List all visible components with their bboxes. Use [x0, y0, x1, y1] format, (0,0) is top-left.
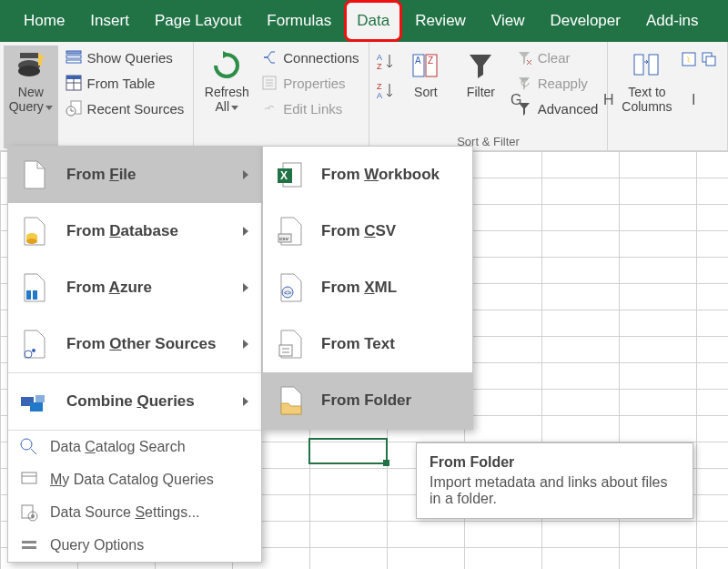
combine-queries-icon: [19, 386, 50, 417]
refresh-all-button[interactable]: Refresh All: [199, 46, 254, 148]
submenu-from-workbook[interactable]: X From Workbook: [263, 147, 472, 203]
query-options-icon: [19, 535, 39, 555]
other-sources-icon: [19, 329, 50, 360]
svg-rect-4: [66, 51, 81, 54]
tab-data[interactable]: Data: [344, 0, 402, 42]
data-catalog-search-label: Data Catalog Search: [50, 439, 186, 455]
column-header-h[interactable]: H: [603, 92, 614, 108]
data-source-settings-label: Data Source Settings...: [50, 504, 200, 521]
menu-combine-queries[interactable]: Combine Queries: [8, 373, 261, 430]
database-icon: [19, 216, 50, 247]
svg-line-45: [31, 449, 36, 454]
search-icon: [19, 437, 39, 457]
submenu-from-csv-label: From CSV: [321, 222, 396, 240]
submenu-from-text-label: From Text: [321, 335, 395, 353]
tab-insert[interactable]: Insert: [77, 0, 142, 42]
ribbon-commands: New Query Show Queries From Table Recent…: [0, 42, 728, 151]
ribbon-tabs: Home Insert Page Layout Formulas Data Re…: [0, 0, 728, 42]
data-source-settings-icon: [19, 503, 39, 523]
submenu-arrow-icon: [243, 283, 248, 292]
menu-from-file[interactable]: From File: [8, 147, 261, 203]
properties-button: Properties: [258, 71, 362, 95]
advanced-label: Advanced: [538, 101, 599, 117]
svg-point-50: [31, 514, 35, 518]
flash-fill-icon[interactable]: [681, 51, 697, 67]
svg-text:A: A: [377, 91, 382, 100]
column-header-g[interactable]: G: [511, 92, 521, 108]
refresh-all-icon: [210, 49, 243, 82]
menu-combine-queries-label: Combine Queries: [66, 392, 195, 411]
sort-asc-icon[interactable]: AZ: [375, 51, 397, 73]
submenu-arrow-icon: [243, 340, 248, 349]
xml-icon: <>: [276, 272, 307, 303]
tab-review[interactable]: Review: [402, 0, 479, 42]
menu-from-azure[interactable]: From Azure: [8, 259, 261, 316]
svg-marker-13: [223, 51, 230, 58]
filter-button[interactable]: Filter: [453, 46, 509, 135]
menu-from-other-label: From Other Sources: [66, 335, 216, 353]
tab-formulas[interactable]: Formulas: [254, 0, 344, 42]
menu-from-database[interactable]: From Database: [8, 203, 261, 259]
edit-links-button: Edit Links: [258, 97, 362, 120]
azure-icon: [19, 272, 50, 303]
edit-links-icon: [261, 100, 278, 117]
svg-text:<>: <>: [284, 290, 291, 296]
svg-rect-60: [279, 345, 292, 356]
submenu-from-folder[interactable]: From Folder: [263, 372, 472, 429]
text-to-columns-button[interactable]: Text toColumns: [613, 46, 680, 148]
svg-point-2: [18, 66, 40, 76]
submenu-from-xml-label: From XML: [321, 279, 397, 297]
connections-button[interactable]: Connections: [258, 46, 362, 69]
svg-rect-52: [22, 546, 36, 549]
submenu-from-workbook-label: From Workbook: [321, 166, 440, 184]
show-queries-button[interactable]: Show Queries: [62, 46, 188, 69]
excel-workbook-icon: X: [276, 159, 307, 190]
show-queries-label: Show Queries: [87, 50, 173, 66]
clear-button: Clear: [512, 46, 602, 69]
new-query-menu: From File From Database From Azure From …: [7, 146, 262, 563]
sort-button[interactable]: AZ Sort: [399, 46, 454, 135]
menu-data-source-settings[interactable]: Data Source Settings...: [8, 496, 261, 529]
remove-duplicates-icon[interactable]: [701, 51, 717, 67]
menu-from-other[interactable]: From Other Sources: [8, 316, 261, 372]
reapply-label: Reapply: [538, 76, 588, 91]
advanced-button[interactable]: Advanced: [512, 97, 602, 120]
column-header-i[interactable]: I: [692, 92, 695, 108]
submenu-arrow-icon: [243, 397, 248, 406]
menu-query-options[interactable]: Query Options: [8, 529, 261, 562]
menu-from-database-label: From Database: [66, 222, 178, 240]
submenu-from-text[interactable]: From Text: [263, 316, 472, 372]
tab-developer[interactable]: Developer: [537, 0, 633, 42]
tab-page-layout[interactable]: Page Layout: [142, 0, 254, 42]
tab-view[interactable]: View: [479, 0, 538, 42]
properties-label: Properties: [283, 76, 345, 91]
svg-text:A: A: [377, 53, 382, 62]
sort-icon: AZ: [410, 49, 442, 82]
active-cell[interactable]: [308, 438, 388, 464]
svg-text:A: A: [415, 56, 421, 66]
svg-rect-33: [706, 56, 715, 66]
menu-my-data-catalog[interactable]: My Data Catalog Queries: [8, 463, 261, 496]
svg-point-36: [26, 239, 37, 244]
svg-text:csv: csv: [279, 236, 289, 241]
from-file-submenu: X From Workbook csv From CSV <> From XML…: [262, 146, 473, 430]
sort-desc-icon[interactable]: ZA: [375, 80, 397, 102]
tab-home[interactable]: Home: [11, 0, 77, 42]
tab-addins[interactable]: Add-ins: [633, 0, 712, 42]
ttc-label2: Columns: [622, 99, 672, 114]
new-query-button[interactable]: New Query: [4, 46, 58, 148]
menu-from-file-label: From File: [66, 166, 136, 184]
from-table-button[interactable]: From Table: [62, 71, 188, 95]
svg-rect-6: [66, 60, 81, 63]
csv-icon: csv: [276, 216, 307, 247]
text-file-icon: [276, 329, 307, 360]
svg-point-40: [32, 349, 35, 352]
clear-icon: [516, 49, 532, 66]
menu-data-catalog-search[interactable]: Data Catalog Search: [8, 431, 261, 463]
tooltip-title: From Folder: [430, 454, 680, 471]
submenu-from-csv[interactable]: csv From CSV: [263, 203, 472, 259]
svg-point-44: [21, 439, 32, 450]
submenu-from-xml[interactable]: <> From XML: [263, 259, 472, 316]
connections-label: Connections: [283, 50, 359, 66]
recent-sources-button[interactable]: Recent Sources: [62, 97, 188, 120]
